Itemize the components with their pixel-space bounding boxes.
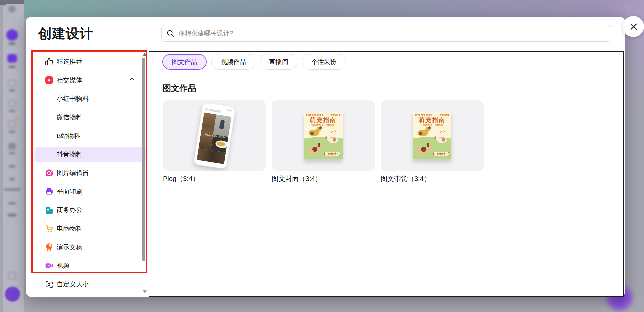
shopping-cart-icon — [45, 224, 53, 233]
blurred-label — [9, 165, 15, 167]
blurred-label — [9, 131, 15, 133]
sidebar-item-label: 微信物料 — [57, 113, 82, 122]
chevron-up-icon[interactable] — [129, 76, 135, 84]
poster-subtitle: 「这些细节 你一定要知道」 — [413, 124, 451, 127]
blurred-label — [9, 90, 15, 91]
poster-title: 萌宠指南 — [413, 116, 451, 124]
phone-mockup: Fragments of life — [193, 102, 236, 169]
blurred-tools-icon — [8, 100, 16, 107]
dog-illustration — [437, 138, 447, 143]
blurred-label — [9, 152, 15, 154]
blurred-menu-icon — [8, 5, 16, 13]
blurred-gift-icon — [8, 272, 16, 279]
dog-illustration — [418, 130, 428, 136]
close-button[interactable] — [623, 16, 644, 37]
card-label: 图文封面（3:4） — [272, 174, 322, 183]
tab-video-works[interactable]: 视频作品 — [211, 54, 255, 70]
search-bar[interactable] — [161, 25, 611, 42]
format-tabs: 图文作品 视频作品 直播间 个性装扮 — [162, 54, 346, 70]
background-editor-canvas — [24, 0, 644, 18]
tab-personal-dressup[interactable]: 个性装扮 — [302, 54, 346, 70]
camera-icon — [45, 169, 53, 177]
video-camera-icon — [45, 261, 53, 270]
custom-size-icon — [45, 280, 53, 289]
sidebar-item-label: 精选推荐 — [57, 57, 82, 66]
search-input[interactable] — [178, 30, 606, 37]
blurred-label — [8, 214, 16, 216]
sidebar-item-label: 商务办公 — [57, 206, 82, 215]
sidebar-item-label: 视频 — [57, 261, 69, 270]
sidebar-item-photo-editor[interactable]: 图片编辑器 — [35, 164, 146, 182]
blurred-text-line — [4, 188, 20, 191]
content-panel: 图文作品 视频作品 直播间 个性装扮 图文作品 Fragments of lif… — [149, 51, 624, 297]
sidebar-item-presentation[interactable]: 演示文稿 — [35, 238, 146, 256]
sidebar-item-wechat[interactable]: 微信物料 — [35, 108, 146, 126]
sidebar-item-social-media[interactable]: ♥ 社交媒体 — [35, 71, 146, 89]
sidebar-item-label: 电商物料 — [57, 224, 82, 233]
heart-icon: ♥ — [45, 76, 53, 85]
background-app-sidebar — [3, 4, 24, 312]
sidebar-item-label: 图片编辑器 — [57, 169, 89, 177]
sidebar-item-label: 演示文稿 — [57, 243, 82, 252]
sidebar-item-print[interactable]: 平面印刷 — [35, 182, 146, 201]
section-heading: 图文作品 — [163, 83, 196, 94]
blurred-label — [9, 43, 16, 45]
scroll-up-arrow[interactable] — [143, 53, 147, 56]
sidebar-item-ecommerce[interactable]: 电商物料 — [35, 219, 146, 238]
template-card-sales[interactable]: CUTE PET GUIDE 养宠百科篇 萌宠指南 「这些细节 你一定要知道」 … — [381, 100, 484, 171]
sidebar-item-label: 社交媒体 — [57, 76, 82, 85]
blurred-icon — [8, 143, 16, 150]
poster-badge: （左滑查看） — [324, 152, 340, 156]
blurred-avatar — [5, 287, 20, 302]
card-label: 图文带货（3:4） — [381, 174, 431, 183]
tab-live-room[interactable]: 直播间 — [260, 54, 297, 70]
blurred-apps-icon — [8, 121, 16, 128]
dog-illustration — [328, 138, 338, 143]
sidebar-item-label: 抖音物料 — [57, 150, 82, 159]
blurred-label — [9, 202, 16, 204]
pet-guide-poster: CUTE PET GUIDE 养宠百科篇 萌宠指南 「这些细节 你一定要知道」 … — [304, 112, 343, 159]
sidebar-item-custom-size[interactable]: 自定义大小 — [35, 277, 146, 292]
sidebar-item-featured[interactable]: 精选推荐 — [35, 52, 146, 71]
search-icon — [166, 29, 174, 37]
blurred-badge-dot — [15, 117, 18, 120]
printer-icon — [45, 187, 53, 196]
tab-image-works[interactable]: 图文作品 — [162, 54, 207, 70]
presentation-icon — [45, 243, 53, 252]
sidebar-item-video[interactable]: 视频 — [35, 256, 146, 275]
sidebar-item-bilibili[interactable]: B站物料 — [35, 126, 146, 145]
phone-screen-collage: Fragments of life — [197, 112, 231, 164]
background-right-strip — [625, 5, 644, 297]
blurred-label — [9, 66, 16, 68]
arrow-doodle — [330, 130, 337, 134]
sidebar-item-business-office[interactable]: 商务办公 — [35, 201, 146, 219]
sidebar-item-label: B站物料 — [57, 132, 80, 140]
sidebar-item-label: 自定义大小 — [57, 280, 89, 289]
scroll-down-arrow[interactable] — [143, 290, 147, 293]
blurred-label — [9, 110, 15, 112]
sidebar-item-label: 平面印刷 — [57, 187, 82, 196]
poster-subtitle: 「这些细节 你一定要知道」 — [304, 124, 343, 127]
modal-title: 创建设计 — [38, 24, 93, 43]
sidebar-item-label: 小红书物料 — [57, 94, 89, 103]
arrow-doodle — [439, 130, 446, 134]
pet-guide-poster: CUTE PET GUIDE 养宠百科篇 萌宠指南 「这些细节 你一定要知道」 … — [413, 112, 451, 159]
dog-illustration — [416, 146, 429, 154]
blurred-projects-icon — [7, 54, 17, 63]
template-card-plog[interactable]: Fragments of life — [163, 100, 266, 171]
poster-badge: （左滑查看） — [433, 152, 449, 156]
sidebar-item-douyin-selected[interactable]: 抖音物料 — [35, 147, 146, 162]
dog-illustration — [308, 146, 320, 154]
poster-title: 萌宠指南 — [304, 116, 343, 124]
sidebar-item-xiaohongshu[interactable]: 小红书物料 — [35, 89, 146, 108]
sidebar-scrollbar[interactable] — [142, 58, 145, 261]
thumbs-up-icon — [45, 57, 53, 66]
blurred-templates-icon — [8, 80, 16, 87]
blurred-icon — [10, 178, 14, 180]
card-label: Plog（3:4） — [163, 174, 199, 183]
close-icon — [629, 22, 638, 31]
template-card-cover[interactable]: CUTE PET GUIDE 养宠百科篇 萌宠指南 「这些细节 你一定要知道」 … — [272, 100, 375, 171]
category-sidebar: 精选推荐 ♥ 社交媒体 小红书物料 微信物料 B站物料 抖音物料 图片编辑 — [35, 52, 146, 275]
blurred-home-icon — [6, 29, 18, 41]
office-building-icon — [45, 206, 53, 215]
